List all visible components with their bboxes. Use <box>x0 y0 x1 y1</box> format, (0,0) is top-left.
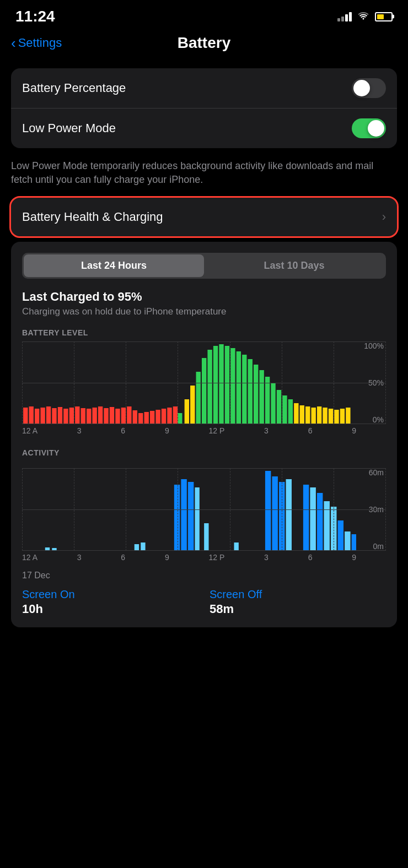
activity-x-labels: 12 A 3 6 9 12 P 3 6 9 <box>22 553 386 562</box>
svg-rect-18 <box>127 406 131 424</box>
x-label-12a: 12 A <box>22 426 37 435</box>
svg-rect-2 <box>35 409 39 424</box>
svg-rect-3 <box>40 408 45 424</box>
low-power-mode-label: Low Power Mode <box>22 121 116 135</box>
svg-rect-71 <box>303 485 309 551</box>
svg-rect-5 <box>52 408 56 424</box>
svg-rect-31 <box>202 358 206 424</box>
svg-rect-29 <box>190 386 195 424</box>
settings-toggles-card: Battery Percentage Low Power Mode <box>11 68 397 148</box>
screen-off-stat: Screen Off 58m <box>210 588 386 616</box>
svg-rect-35 <box>225 346 229 424</box>
low-power-mode-row[interactable]: Low Power Mode <box>11 109 397 148</box>
svg-rect-70 <box>286 479 292 551</box>
battery-bars-svg <box>22 341 356 424</box>
status-icons <box>337 11 393 23</box>
period-10d-button[interactable]: Last 10 Days <box>204 254 384 277</box>
screen-off-value: 58m <box>210 602 386 616</box>
svg-rect-50 <box>312 408 316 424</box>
act-x-9pm: 9 <box>352 553 356 562</box>
svg-rect-7 <box>63 409 68 424</box>
svg-rect-20 <box>138 413 143 424</box>
svg-rect-26 <box>173 406 178 424</box>
svg-rect-73 <box>317 493 323 551</box>
battery-percentage-label: Battery Percentage <box>22 81 126 95</box>
svg-rect-30 <box>196 372 201 424</box>
wifi-icon <box>357 11 369 23</box>
svg-rect-68 <box>272 476 277 551</box>
svg-rect-11 <box>87 409 91 424</box>
act-x-9: 9 <box>165 553 169 562</box>
svg-rect-46 <box>288 399 293 424</box>
battery-percentage-row[interactable]: Battery Percentage <box>11 68 397 109</box>
svg-rect-48 <box>300 405 304 424</box>
svg-rect-16 <box>115 409 120 424</box>
svg-rect-72 <box>310 487 315 551</box>
svg-rect-43 <box>271 383 275 424</box>
page-title: Battery <box>178 34 230 52</box>
svg-rect-14 <box>104 408 108 424</box>
period-toggle[interactable]: Last 24 Hours Last 10 Days <box>22 253 386 279</box>
screen-on-stat: Screen On 10h <box>22 588 198 616</box>
svg-rect-4 <box>46 406 51 424</box>
screen-on-label: Screen On <box>22 588 198 601</box>
act-x-6: 6 <box>121 553 125 562</box>
svg-rect-61 <box>174 485 180 551</box>
battery-status-icon <box>375 12 393 21</box>
svg-rect-58 <box>52 548 56 551</box>
screen-off-label: Screen Off <box>210 588 386 601</box>
svg-rect-69 <box>279 482 284 551</box>
svg-rect-54 <box>334 410 339 424</box>
x-label-12p: 12 P <box>208 426 224 435</box>
battery-health-card[interactable]: Battery Health & Charging › <box>11 198 397 236</box>
battery-percentage-toggle[interactable] <box>352 78 386 98</box>
x-label-9: 9 <box>165 426 169 435</box>
back-label: Settings <box>18 36 62 50</box>
svg-rect-23 <box>155 410 160 424</box>
svg-rect-59 <box>135 544 139 551</box>
svg-rect-42 <box>265 377 270 424</box>
svg-rect-45 <box>282 395 287 424</box>
back-button[interactable]: ‹ Settings <box>11 36 62 50</box>
svg-rect-10 <box>81 408 85 424</box>
nav-bar: ‹ Settings Battery <box>0 30 408 63</box>
activity-label: ACTIVITY <box>22 448 386 457</box>
x-label-3pm: 3 <box>264 426 269 435</box>
svg-rect-38 <box>242 355 246 424</box>
svg-rect-28 <box>185 399 189 424</box>
svg-rect-15 <box>110 407 114 424</box>
act-x-3: 3 <box>77 553 82 562</box>
charge-subtitle: Charging was on hold due to iPhone tempe… <box>22 306 386 317</box>
svg-rect-78 <box>352 534 356 551</box>
svg-rect-74 <box>324 501 329 551</box>
battery-level-chart: 100% 50% 0% <box>22 341 386 441</box>
svg-rect-53 <box>329 409 333 424</box>
svg-rect-12 <box>92 408 96 424</box>
svg-rect-17 <box>121 408 126 424</box>
signal-bars-icon <box>337 12 352 21</box>
svg-rect-62 <box>181 479 186 551</box>
status-time: 11:24 <box>15 8 55 25</box>
svg-rect-52 <box>323 408 327 424</box>
svg-rect-33 <box>213 346 218 424</box>
svg-rect-51 <box>317 406 321 424</box>
battery-level-label: BATTERY LEVEL <box>22 328 386 337</box>
svg-rect-56 <box>346 408 350 424</box>
low-power-description: Low Power Mode temporarily reduces backg… <box>0 154 408 198</box>
activity-bars-svg <box>22 468 356 551</box>
svg-rect-13 <box>98 406 103 424</box>
date-label: 17 Dec <box>22 571 386 581</box>
svg-rect-8 <box>69 408 74 424</box>
act-x-12a: 12 A <box>22 553 37 562</box>
svg-rect-36 <box>230 348 235 424</box>
svg-rect-66 <box>234 542 238 551</box>
svg-rect-21 <box>144 412 149 424</box>
low-power-mode-toggle[interactable] <box>352 118 386 138</box>
svg-rect-1 <box>29 406 34 424</box>
chart-card: Last 24 Hours Last 10 Days Last Charged … <box>11 242 397 627</box>
svg-rect-37 <box>237 351 241 424</box>
period-24h-button[interactable]: Last 24 Hours <box>24 254 204 277</box>
svg-rect-57 <box>45 547 50 551</box>
x-label-6: 6 <box>121 426 125 435</box>
x-label-3: 3 <box>77 426 82 435</box>
